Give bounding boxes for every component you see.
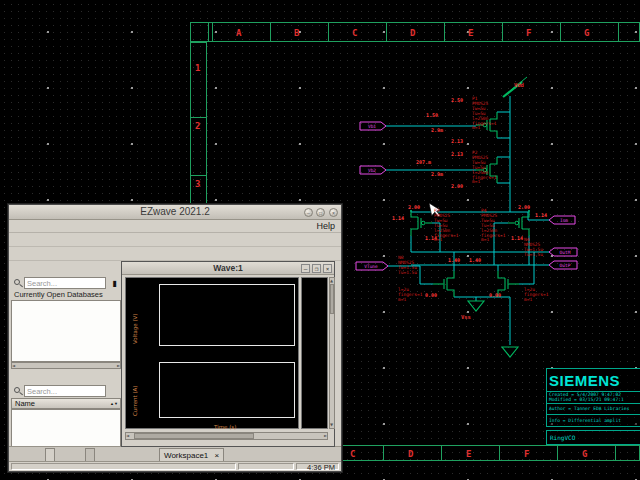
wave-restore-icon[interactable]: ❐ bbox=[312, 264, 321, 273]
ground-symbol bbox=[468, 301, 484, 311]
border-column-label: D bbox=[408, 449, 413, 459]
value-label: 2.00 bbox=[518, 204, 530, 210]
minimize-button[interactable]: – bbox=[304, 208, 313, 217]
left-panel: ▮ Currently Open Databases ◄► Name ▲▼ ◄► bbox=[11, 263, 121, 446]
svg-text:VTune: VTune bbox=[364, 264, 378, 269]
wave-vscrollbar[interactable]: ▲▼ bbox=[329, 277, 335, 429]
siemens-logo: SIEMENS bbox=[547, 369, 640, 389]
value-label: 2.9m bbox=[431, 127, 443, 133]
databases-header: Currently Open Databases bbox=[11, 290, 121, 300]
border-column-label: F bbox=[526, 28, 531, 38]
wave-window: Wave:1 – ❐ × Voltage (V) Current (A) Tim… bbox=[121, 261, 335, 447]
database-panel-toolbar bbox=[11, 263, 121, 276]
search-options-icon[interactable]: ▮ bbox=[109, 278, 120, 289]
tab-list[interactable] bbox=[85, 448, 95, 462]
wave-close-icon[interactable]: × bbox=[323, 264, 332, 273]
status-cell bbox=[11, 463, 236, 470]
port-OutM[interactable]: OutM bbox=[549, 248, 577, 256]
menubar: Help bbox=[9, 220, 341, 233]
device-params: l=2u fingers=1 m=1 bbox=[398, 288, 422, 303]
signal-panel-toolbar bbox=[11, 371, 121, 384]
time-axis-label: Time (s) bbox=[214, 424, 236, 430]
value-label: 2.13 bbox=[451, 151, 463, 157]
transistor-P4 bbox=[508, 210, 529, 236]
value-label: 2.13 bbox=[451, 138, 463, 144]
workspace-close-icon[interactable]: × bbox=[215, 451, 220, 460]
desktop: Vb1Vb2VTuneInmOutMOutP ABCDEFG123CDEFG 2… bbox=[0, 0, 640, 480]
border-column-label: C bbox=[352, 28, 357, 38]
wave-hscrollbar[interactable]: ◄► bbox=[125, 432, 328, 440]
search-icon bbox=[14, 387, 20, 393]
value-label: 0.00 bbox=[489, 292, 501, 298]
value-label: 2.9m bbox=[431, 171, 443, 177]
svg-text:Vb2: Vb2 bbox=[368, 168, 376, 173]
wave-titlebar[interactable]: Wave:1 – ❐ × bbox=[122, 262, 334, 275]
tab-workspace1[interactable]: Workspace1 × bbox=[159, 448, 224, 462]
voltage-axis-label: Voltage (V) bbox=[132, 314, 138, 344]
author-line: Author = Tanner EDA Libraries bbox=[547, 404, 640, 414]
database-tree bbox=[11, 300, 121, 362]
port-Vb1[interactable]: Vb1 bbox=[360, 122, 386, 130]
statusbar: 4:36 PM bbox=[9, 461, 341, 471]
current-plot[interactable] bbox=[159, 362, 295, 418]
collapse-panel-icon[interactable]: ▲▼ bbox=[110, 399, 118, 409]
value-label: 1.14 bbox=[511, 235, 523, 241]
window-titlebar[interactable]: EZwave 2021.2 – □ × bbox=[9, 205, 341, 220]
device-params: P4 PMOS25 Tw=5u Tu=5u l=250n fingers=1 m… bbox=[481, 209, 505, 243]
ground-symbol bbox=[502, 347, 518, 357]
border-row-label: 1 bbox=[195, 63, 200, 73]
value-label: 2.50 bbox=[451, 97, 463, 103]
toolbar-row-1 bbox=[9, 233, 341, 247]
current-axis-label: Current (A) bbox=[132, 386, 138, 416]
net-label: Vss bbox=[461, 314, 471, 320]
clock: 4:36 PM bbox=[296, 463, 339, 470]
value-label: 1.40 bbox=[469, 257, 481, 263]
tab-tree[interactable] bbox=[45, 448, 55, 462]
database-tree-hscrollbar[interactable]: ◄► bbox=[11, 362, 121, 369]
svg-text:OutM: OutM bbox=[560, 250, 571, 255]
database-search-row: ▮ bbox=[11, 276, 121, 290]
bottom-tabbar: Workspace1 × bbox=[9, 446, 341, 461]
border-column-label: E bbox=[466, 449, 471, 459]
svg-text:OutP: OutP bbox=[560, 263, 571, 268]
name-header-label: Name bbox=[15, 399, 35, 408]
title-block: SIEMENS Created = 5/4/2007 9:47:02 Modif… bbox=[546, 368, 640, 428]
value-label: 1.14 bbox=[535, 212, 547, 218]
device-params: N6 NMOS25 Tw=1.5u Tu=1.5u bbox=[398, 256, 417, 276]
border-column-label: B bbox=[294, 28, 299, 38]
name-column-header[interactable]: Name ▲▼ bbox=[11, 398, 121, 409]
value-label: 207.m bbox=[416, 159, 431, 165]
transistor-N4 bbox=[498, 271, 519, 297]
port-VTune[interactable]: VTune bbox=[356, 262, 388, 270]
cell-name-box: RingVCO bbox=[546, 430, 640, 445]
maximize-button[interactable]: □ bbox=[316, 208, 325, 217]
database-search-input[interactable] bbox=[24, 277, 106, 289]
menu-help[interactable]: Help bbox=[310, 220, 341, 233]
value-label: 1.14 bbox=[392, 215, 404, 221]
port-Vb2[interactable]: Vb2 bbox=[360, 166, 386, 174]
workspace-tab-label: Workspace1 bbox=[164, 451, 208, 460]
modified-date: Modified = 03/15/21 09:47:1 bbox=[547, 397, 640, 402]
signal-search-input[interactable] bbox=[24, 385, 106, 397]
info-line: Info = Differential amplit bbox=[547, 415, 640, 426]
plot-panel: Voltage (V) Current (A) Time (s) bbox=[125, 277, 299, 429]
title-block-brand-box: SIEMENS bbox=[546, 368, 640, 392]
port-Inm[interactable]: Inm bbox=[549, 216, 575, 224]
close-button[interactable]: × bbox=[329, 208, 338, 217]
svg-text:Inm: Inm bbox=[560, 218, 568, 223]
wave-minimize-icon[interactable]: – bbox=[301, 264, 310, 273]
svg-text:Vb1: Vb1 bbox=[368, 124, 376, 129]
ezwave-window: EZwave 2021.2 – □ × Help ▮ Currently Ope… bbox=[8, 204, 342, 472]
border-column-label: C bbox=[350, 449, 355, 459]
port-OutP[interactable]: OutP bbox=[549, 261, 577, 269]
border-column-label: D bbox=[410, 28, 415, 38]
voltage-plot[interactable] bbox=[159, 284, 295, 346]
value-label: 1.50 bbox=[426, 112, 438, 118]
value-label: 2.00 bbox=[408, 204, 420, 210]
border-column-label: G bbox=[582, 449, 587, 459]
net-label: Vdd bbox=[514, 82, 524, 88]
device-params: N4 NMOS25 Tw=1.5u Tu=1.5u bbox=[524, 238, 543, 258]
border-column-label: A bbox=[236, 28, 241, 38]
device-params: P1 PMOS25 Tw=5u Tu=5u l=250n fingers=1 m… bbox=[472, 97, 496, 131]
border-column-label: G bbox=[584, 28, 589, 38]
